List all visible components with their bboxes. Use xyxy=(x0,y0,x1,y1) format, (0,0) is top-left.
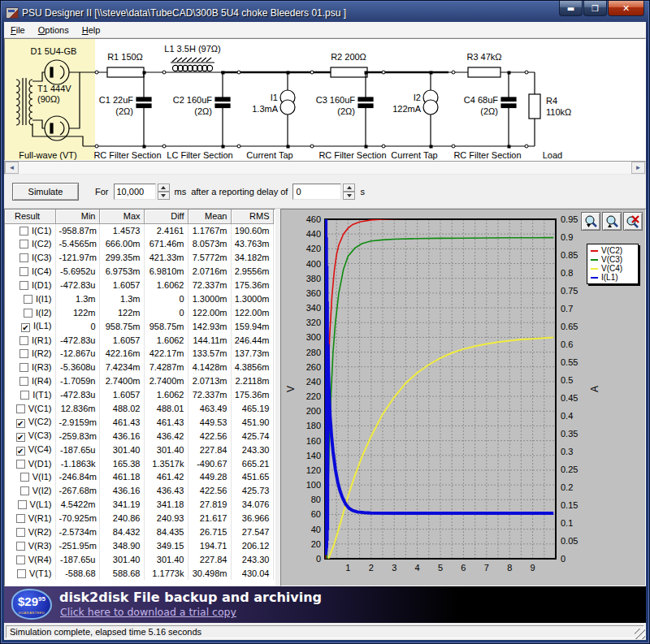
row-checkbox[interactable] xyxy=(20,349,28,358)
table-row[interactable]: I(D1)-472.83u1.60571.606272.337m175.36m xyxy=(5,279,273,292)
menu-help[interactable]: Help xyxy=(76,23,107,37)
table-row[interactable]: I(C4)-5.6952u6.9753m6.9810m2.0716m2.9556… xyxy=(5,265,273,279)
row-checkbox[interactable] xyxy=(20,363,28,372)
cell-mean: 1.3000m xyxy=(188,292,231,305)
scroll-left-icon[interactable]: ◄ xyxy=(5,162,19,174)
col-max[interactable]: Max xyxy=(99,210,144,223)
table-row[interactable]: V(R4)-187.65u301.40301.40227.84243.30 xyxy=(5,552,273,566)
schematic-canvas[interactable]: D1 5U4-GB T1 444V (90Ω) R1 150Ω L1 3.5H … xyxy=(4,38,646,161)
menu-options[interactable]: Options xyxy=(32,23,76,37)
zoom-in-icon[interactable] xyxy=(581,212,600,231)
row-checkbox[interactable] xyxy=(24,309,32,318)
row-checkbox[interactable] xyxy=(20,391,29,400)
row-checkbox[interactable] xyxy=(20,336,28,345)
col-rms[interactable]: RMS xyxy=(231,210,273,223)
col-min[interactable]: Min xyxy=(55,210,99,223)
svg-text:0: 0 xyxy=(561,554,566,564)
duration-spin-down[interactable] xyxy=(158,192,170,200)
simulate-button[interactable]: Simulate xyxy=(12,183,79,201)
table-row[interactable]: ✔I(L1)0958.75m958.75m142.93m159.94m xyxy=(5,319,273,333)
section-label: RC Filter Section xyxy=(318,150,386,160)
row-checkbox[interactable] xyxy=(20,227,28,236)
resize-grip[interactable] xyxy=(635,629,645,639)
cell-rms: 137.73m xyxy=(231,347,273,361)
ad-download-link[interactable]: Click here to download a trial copy xyxy=(60,606,236,618)
row-checkbox[interactable] xyxy=(20,486,29,495)
cell-mean: 8.0573m xyxy=(188,237,231,251)
delay-spin-down[interactable] xyxy=(343,192,355,200)
price-badge: $2995 GUARANTEED xyxy=(11,589,52,620)
row-checkbox[interactable] xyxy=(20,253,28,262)
svg-text:0.95: 0.95 xyxy=(561,214,578,224)
table-row[interactable]: V(D1)-1.1863k165.381.3517k-490.67665.21 xyxy=(5,456,273,470)
zoom-reset-icon[interactable] xyxy=(623,212,643,231)
cell-mean: 21.617 xyxy=(188,512,231,525)
table-row[interactable]: I(I2)122m122m0122.00m122.00m xyxy=(5,305,273,319)
table-row[interactable]: I(T1)-472.83u1.60571.606272.337m175.36m xyxy=(5,388,273,402)
row-checkbox[interactable] xyxy=(16,460,25,469)
row-checkbox[interactable] xyxy=(20,281,28,290)
row-checkbox[interactable] xyxy=(16,542,25,551)
row-checkbox[interactable] xyxy=(17,569,26,578)
table-row[interactable]: V(R3)-251.95m348.90349.15194.71206.12 xyxy=(5,538,273,552)
scroll-track[interactable] xyxy=(19,162,631,174)
table-row[interactable]: I(R3)-5.3608u7.4234m7.4287m4.1428m4.3856… xyxy=(5,361,273,374)
row-checkbox[interactable] xyxy=(16,404,25,413)
capacitor-c1 xyxy=(136,72,151,146)
table-row[interactable]: V(L1)4.5422m341.19341.1827.81934.076 xyxy=(5,498,273,512)
table-row[interactable]: I(C1)-958.87m1.45732.41611.1767m190.60m xyxy=(5,223,273,237)
table-row[interactable]: V(C1)12.836m488.02488.01463.49465.19 xyxy=(5,402,273,416)
label-i2: I2 xyxy=(414,93,421,102)
table-row[interactable]: V(I2)-267.68m436.16436.43422.56425.73 xyxy=(5,484,273,498)
row-checkbox[interactable] xyxy=(24,295,32,304)
row-checkbox[interactable]: ✔ xyxy=(21,323,30,332)
svg-text:20: 20 xyxy=(311,539,321,549)
row-checkbox[interactable] xyxy=(20,473,29,482)
results-header[interactable]: Result Min Max Diff Mean RMS xyxy=(5,210,273,223)
row-checkbox[interactable] xyxy=(16,514,25,523)
row-checkbox[interactable] xyxy=(20,377,28,386)
row-checkbox[interactable]: ✔ xyxy=(16,433,25,442)
row-checkbox[interactable] xyxy=(20,240,28,249)
title-bar[interactable]: PSU Designer II [\\steve\data\TubeCAD\30… xyxy=(4,4,646,22)
col-mean[interactable]: Mean xyxy=(188,210,231,223)
table-row[interactable]: ✔V(C4)-187.65u301.40301.40227.84243.30 xyxy=(5,443,273,456)
delay-spin-up[interactable] xyxy=(343,184,355,192)
col-result[interactable]: Result xyxy=(5,210,55,223)
row-checkbox[interactable] xyxy=(18,500,27,509)
cell-diff: 422.17m xyxy=(144,347,188,361)
table-row[interactable]: V(T1)-588.68588.681.1773k30.498m430.04 xyxy=(5,566,273,580)
row-checkbox[interactable] xyxy=(16,555,25,564)
table-row[interactable]: I(R4)-1.7059n2.7400m2.7400m2.0713m2.2118… xyxy=(5,374,273,388)
delay-input[interactable] xyxy=(292,184,341,200)
table-row[interactable]: V(R1)-70.925m240.86240.9321.61736.966 xyxy=(5,512,273,525)
label-r1: R1 150Ω xyxy=(107,52,143,62)
row-checkbox[interactable]: ✔ xyxy=(16,419,25,428)
table-row[interactable]: I(C3)-121.97m299.35m421.33m7.5772m34.182… xyxy=(5,251,273,265)
table-row[interactable]: I(I1)1.3m1.3m01.3000m1.3000m xyxy=(5,292,273,305)
row-checkbox[interactable] xyxy=(16,528,25,537)
label-c2: C2 160uF xyxy=(173,95,213,105)
table-row[interactable]: ✔V(C3)-259.83m436.16436.42422.56425.74 xyxy=(5,429,273,443)
table-row[interactable]: I(C2)-5.4565m666.00m671.46m8.0573m43.763… xyxy=(5,237,273,251)
label-r4: R4 xyxy=(546,96,557,106)
table-row[interactable]: ✔V(C2)-2.9159m461.43461.43449.53451.90 xyxy=(5,415,273,429)
row-checkbox[interactable] xyxy=(20,267,28,276)
scroll-right-icon[interactable]: ► xyxy=(631,162,645,174)
schematic-hscrollbar[interactable]: ◄ ► xyxy=(4,161,646,175)
duration-spin-up[interactable] xyxy=(158,184,170,192)
close-button[interactable]: ✕ xyxy=(608,1,644,16)
row-checkbox[interactable]: ✔ xyxy=(16,447,25,456)
zoom-out-icon[interactable] xyxy=(602,212,622,231)
table-row[interactable]: V(I1)-246.84m461.18461.42449.28451.65 xyxy=(5,470,273,484)
col-diff[interactable]: Diff xyxy=(144,210,188,223)
table-row[interactable]: I(R2)-12.867u422.16m422.17m133.57m137.73… xyxy=(5,347,273,361)
table-row[interactable]: I(R1)-472.83u1.60571.6062144.11m246.44m xyxy=(5,333,273,347)
table-row[interactable]: V(R2)-2.5734m84.43284.43526.71527.547 xyxy=(5,525,273,539)
ad-banner[interactable]: $2995 GUARANTEED disk2disk File backup a… xyxy=(4,586,646,623)
maximize-button[interactable]: ❒ xyxy=(583,1,607,16)
duration-input[interactable] xyxy=(114,184,156,200)
svg-text:140: 140 xyxy=(306,451,321,460)
minimize-button[interactable]: ▬ xyxy=(559,1,583,16)
menu-file[interactable]: File xyxy=(4,23,32,37)
